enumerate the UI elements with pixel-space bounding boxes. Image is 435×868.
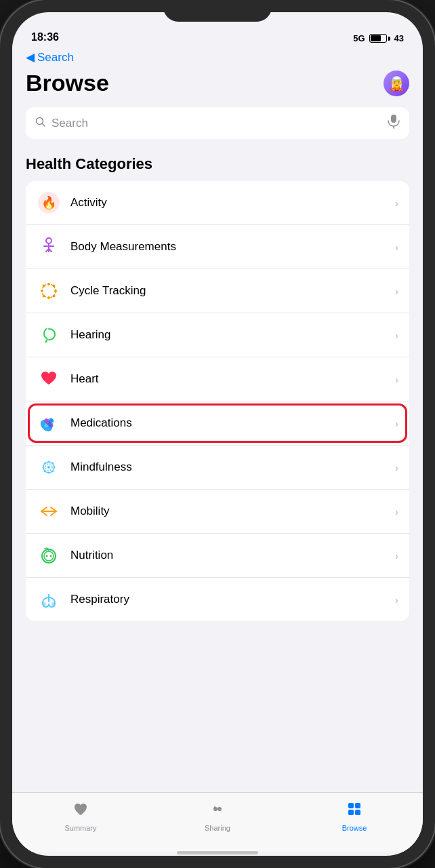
svg-point-16 — [47, 296, 50, 299]
mobility-chevron: › — [395, 506, 398, 517]
svg-rect-51 — [355, 810, 360, 815]
svg-point-19 — [43, 285, 45, 288]
phone-screen: 18:36 5G 43 ◀ Search Browse — [12, 12, 423, 856]
mindfulness-label: Mindfulness — [70, 460, 395, 474]
svg-point-34 — [44, 462, 46, 465]
svg-point-6 — [46, 238, 51, 243]
hearing-icon — [37, 323, 61, 347]
svg-point-36 — [51, 462, 54, 465]
phone-frame: 18:36 5G 43 ◀ Search Browse — [0, 0, 435, 868]
browse-icon — [346, 801, 362, 821]
respiratory-label: Respiratory — [70, 593, 395, 606]
battery-percent: 43 — [394, 33, 404, 43]
category-item-body[interactable]: Body Measurements › — [26, 225, 409, 269]
svg-point-12 — [47, 283, 50, 285]
svg-point-13 — [53, 285, 56, 288]
battery-icon — [369, 34, 390, 43]
category-item-mindfulness[interactable]: Mindfulness › — [26, 446, 409, 490]
avatar[interactable]: 🧝 — [384, 71, 409, 96]
medications-icon — [37, 411, 61, 435]
svg-point-18 — [41, 290, 43, 292]
home-indicator — [12, 852, 423, 856]
activity-label: Activity — [70, 196, 395, 210]
browse-label: Browse — [342, 824, 367, 832]
svg-rect-48 — [348, 803, 354, 808]
svg-point-32 — [43, 467, 45, 469]
svg-rect-49 — [355, 803, 360, 808]
status-time: 18:36 — [31, 31, 59, 43]
back-arrow-icon: ◀ — [26, 50, 35, 64]
search-bar[interactable]: Search — [26, 107, 409, 139]
svg-point-14 — [54, 290, 57, 292]
hearing-chevron: › — [395, 330, 398, 341]
medications-label: Medications — [70, 416, 395, 430]
svg-rect-50 — [348, 810, 354, 815]
mobility-icon — [37, 499, 61, 524]
home-bar — [177, 851, 258, 854]
svg-point-43 — [50, 555, 52, 557]
cycle-label: Cycle Tracking — [70, 284, 395, 298]
category-item-hearing[interactable]: Hearing › — [26, 313, 409, 357]
mobility-label: Mobility — [70, 505, 395, 518]
search-placeholder: Search — [51, 117, 382, 130]
summary-label: Summary — [64, 824, 96, 832]
sharing-icon — [209, 801, 226, 821]
svg-line-1 — [43, 123, 45, 126]
svg-point-17 — [43, 295, 45, 298]
svg-point-47 — [218, 807, 222, 811]
svg-point-15 — [53, 295, 56, 298]
page-title: Browse — [26, 70, 109, 96]
hearing-label: Hearing — [70, 328, 395, 342]
svg-point-30 — [48, 461, 50, 463]
category-item-cycle[interactable]: Cycle Tracking › — [26, 269, 409, 313]
carrier-label: 5G — [353, 33, 365, 43]
body-icon — [37, 235, 61, 259]
nutrition-chevron: › — [395, 550, 398, 561]
heart-label: Heart — [70, 372, 395, 386]
tab-browse[interactable]: Browse — [286, 801, 423, 832]
svg-point-31 — [48, 472, 50, 474]
category-item-activity[interactable]: 🔥 Activity › — [26, 181, 409, 225]
activity-chevron: › — [395, 197, 398, 209]
nutrition-label: Nutrition — [70, 549, 395, 562]
svg-point-45 — [51, 602, 55, 606]
back-nav[interactable]: ◀ Search — [12, 47, 423, 70]
main-content: Browse 🧝 Search — [12, 70, 423, 792]
svg-rect-2 — [391, 115, 396, 123]
mic-icon[interactable] — [388, 114, 400, 132]
cycle-icon — [37, 279, 61, 303]
page-header: Browse 🧝 — [26, 70, 409, 96]
heart-icon — [37, 367, 61, 391]
search-icon — [35, 117, 46, 130]
category-item-nutrition[interactable]: Nutrition › — [26, 534, 409, 578]
category-item-heart[interactable]: Heart › — [26, 357, 409, 401]
medications-chevron: › — [395, 418, 398, 429]
category-item-respiratory[interactable]: Respiratory › — [26, 578, 409, 621]
cycle-chevron: › — [395, 285, 398, 297]
body-label: Body Measurements — [70, 240, 395, 254]
notch — [163, 0, 272, 22]
avatar-emoji: 🧝 — [388, 75, 405, 92]
category-item-medications[interactable]: Medications › — [26, 401, 409, 446]
respiratory-icon — [37, 587, 61, 612]
section-header: Health Categories — [26, 155, 409, 173]
tab-bar: Summary Sharing — [12, 792, 423, 852]
mindfulness-chevron: › — [395, 462, 398, 473]
body-chevron: › — [395, 241, 398, 253]
svg-point-33 — [54, 467, 56, 469]
respiratory-chevron: › — [395, 594, 398, 606]
svg-point-29 — [47, 466, 50, 469]
back-label: Search — [37, 51, 74, 64]
tab-summary[interactable]: Summary — [12, 801, 149, 832]
svg-point-37 — [44, 470, 46, 472]
svg-point-40 — [44, 551, 54, 561]
status-icons: 5G 43 — [353, 33, 404, 43]
svg-point-20 — [45, 341, 47, 343]
summary-icon — [72, 801, 89, 821]
category-list: 🔥 Activity › — [26, 181, 409, 621]
svg-point-44 — [43, 602, 46, 606]
tab-sharing[interactable]: Sharing — [149, 801, 286, 832]
mindfulness-icon — [37, 455, 61, 479]
category-item-mobility[interactable]: Mobility › — [26, 490, 409, 534]
heart-chevron: › — [395, 374, 398, 385]
